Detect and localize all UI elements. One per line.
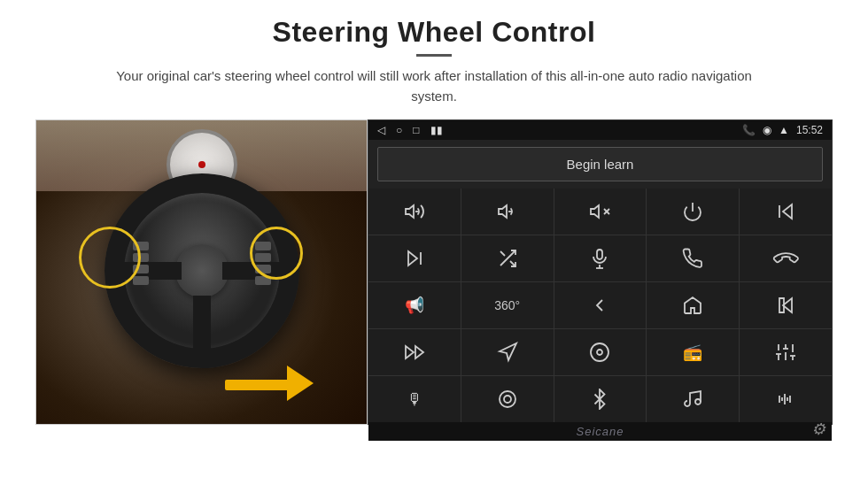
settings-knob-button[interactable]	[461, 376, 554, 422]
power-icon	[682, 201, 703, 222]
fast-forward-button[interactable]	[368, 329, 461, 375]
sw-btn-4	[133, 276, 149, 285]
svg-marker-20	[415, 346, 423, 358]
seicane-text: Seicane	[577, 425, 624, 438]
cam360-icon: 360°	[494, 299, 520, 312]
svg-point-23	[591, 343, 608, 361]
waveform-button[interactable]	[740, 376, 832, 422]
page-container: Steering Wheel Control Your original car…	[0, 0, 868, 485]
svg-rect-15	[597, 250, 602, 259]
back-nav-button[interactable]	[554, 282, 647, 328]
begin-learn-button[interactable]: Begin learn	[377, 147, 823, 181]
seicane-watermark: Seicane ⚙	[368, 422, 832, 441]
media-button[interactable]	[554, 329, 647, 375]
content-area: ◁ ○ □ ▮▮ 📞 ◉ ▲ 15:52 Begin learn	[35, 119, 833, 425]
svg-marker-22	[500, 343, 516, 360]
title-divider	[416, 54, 452, 57]
music-button[interactable]	[647, 376, 739, 422]
radio-icon: 📻	[683, 344, 702, 360]
svg-marker-10	[408, 251, 417, 266]
vol-down-icon	[497, 201, 518, 222]
arrow-head	[287, 366, 314, 401]
arrow-body	[225, 380, 291, 390]
mute-button[interactable]	[554, 189, 647, 235]
power-button[interactable]	[647, 189, 739, 235]
svg-marker-0	[406, 205, 414, 218]
vol-down-button[interactable]	[461, 189, 554, 235]
page-title: Steering Wheel Control	[273, 16, 596, 49]
mic2-button[interactable]: 🎙	[368, 376, 461, 422]
recents-icon: □	[413, 124, 419, 136]
svg-marker-21	[406, 346, 414, 358]
music-icon	[682, 389, 703, 410]
eq-icon	[775, 342, 796, 363]
next-track-button[interactable]	[368, 235, 461, 281]
svg-point-36	[695, 399, 701, 404]
shuffle-icon	[497, 248, 518, 269]
phone-button[interactable]	[647, 235, 739, 281]
svg-marker-4	[591, 205, 599, 218]
horn-icon: 📢	[405, 297, 424, 313]
home-button[interactable]	[647, 282, 739, 328]
spoke-bottom	[193, 296, 211, 349]
android-statusbar: ◁ ○ □ ▮▮ 📞 ◉ ▲ 15:52	[368, 120, 832, 140]
highlight-right	[250, 227, 303, 280]
gear-icon[interactable]: ⚙	[811, 420, 826, 439]
svg-marker-19	[779, 298, 784, 312]
svg-point-24	[597, 350, 602, 355]
radio-button[interactable]: 📻	[647, 329, 739, 375]
svg-point-34	[500, 391, 515, 407]
cam360-button[interactable]: 360°	[461, 282, 554, 328]
horn-button[interactable]: 📢	[368, 282, 461, 328]
eq-button[interactable]	[740, 329, 832, 375]
arrow	[225, 344, 314, 397]
vol-up-icon	[404, 201, 425, 222]
mic-button[interactable]	[554, 235, 647, 281]
mic-icon	[589, 248, 610, 269]
hang-up-icon	[771, 243, 801, 273]
android-ui: ◁ ○ □ ▮▮ 📞 ◉ ▲ 15:52 Begin learn	[368, 119, 833, 425]
prev-track-icon	[775, 201, 796, 222]
signal-icon: ▮▮	[430, 124, 443, 136]
skip-back-icon	[775, 295, 796, 316]
location-icon: ◉	[763, 124, 771, 136]
vol-up-button[interactable]	[368, 189, 461, 235]
next-track-icon	[404, 248, 425, 269]
mute-icon	[589, 201, 610, 222]
fast-forward-icon	[404, 342, 425, 363]
bluetooth-button[interactable]	[554, 376, 647, 422]
page-subtitle: Your original car's steering wheel contr…	[115, 65, 753, 107]
hang-up-button[interactable]	[740, 235, 832, 281]
highlight-left	[79, 227, 141, 289]
bluetooth-icon	[589, 389, 610, 410]
navigate-icon	[497, 342, 518, 363]
home-icon	[682, 295, 703, 316]
media-icon	[589, 342, 610, 363]
svg-marker-8	[783, 204, 792, 219]
wifi-icon: ▲	[779, 124, 789, 136]
prev-track-button[interactable]	[740, 189, 832, 235]
clock: 15:52	[796, 124, 823, 136]
svg-line-14	[500, 251, 505, 256]
phone-icon	[682, 248, 703, 269]
mic2-icon: 🎙	[407, 391, 422, 407]
steering-wheel-image	[35, 119, 368, 425]
begin-learn-row: Begin learn	[368, 140, 832, 189]
statusbar-right: 📞 ◉ ▲ 15:52	[742, 124, 823, 136]
statusbar-left: ◁ ○ □ ▮▮	[377, 124, 443, 136]
back-icon: ◁	[377, 124, 385, 136]
back-nav-icon	[589, 295, 610, 316]
navigate-button[interactable]	[461, 329, 554, 375]
settings-knob-icon	[497, 389, 518, 410]
waveform-icon	[775, 389, 796, 410]
skip-back-button[interactable]	[740, 282, 832, 328]
android-main: Begin learn	[368, 140, 832, 441]
svg-marker-2	[499, 205, 507, 218]
icon-grid: 📢 360°	[368, 189, 832, 422]
home-circle-icon: ○	[396, 124, 402, 136]
phone-status-icon: 📞	[742, 124, 756, 136]
svg-point-35	[504, 396, 511, 403]
shuffle-button[interactable]	[461, 235, 554, 281]
